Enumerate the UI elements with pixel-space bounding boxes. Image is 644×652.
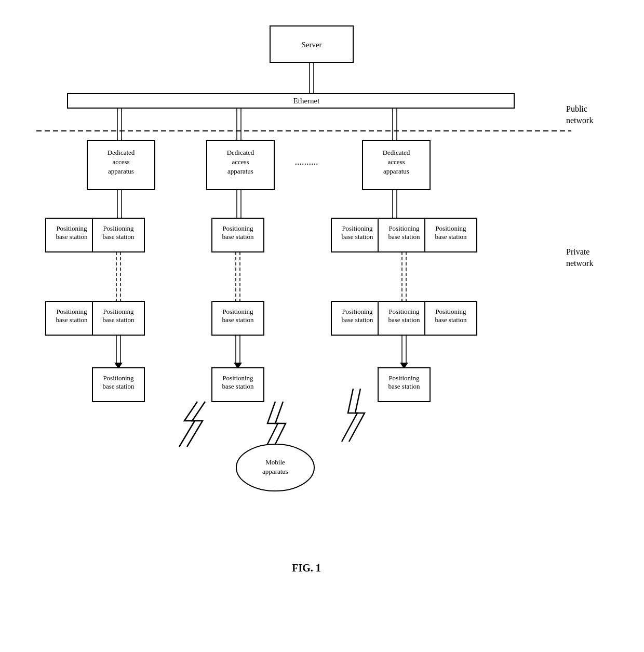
private-network-label2: network	[566, 259, 593, 268]
svg-text:base station: base station	[102, 233, 135, 241]
svg-text:Positioning: Positioning	[103, 374, 134, 382]
svg-text:base station: base station	[435, 316, 467, 324]
ellipsis: ··········	[295, 159, 318, 169]
svg-text:apparatus: apparatus	[383, 167, 409, 175]
svg-text:Positioning: Positioning	[222, 308, 253, 315]
svg-text:Positioning: Positioning	[342, 308, 373, 315]
lightning-left	[179, 402, 205, 447]
svg-text:base station: base station	[102, 382, 135, 390]
svg-text:Positioning: Positioning	[222, 374, 253, 382]
dedicated-access-label-1: Dedicated	[108, 149, 135, 156]
svg-text:base station: base station	[222, 316, 254, 324]
ethernet-label: Ethernet	[293, 97, 320, 105]
svg-text:base station: base station	[435, 233, 467, 241]
svg-text:base station: base station	[56, 233, 88, 241]
svg-text:Positioning: Positioning	[342, 224, 373, 232]
svg-text:Positioning: Positioning	[56, 224, 87, 232]
svg-text:Dedicated: Dedicated	[383, 149, 410, 156]
svg-text:base station: base station	[388, 316, 420, 324]
dedicated-access-label-1b: access	[112, 158, 129, 166]
diagram: Server Ethernet Public network Private n…	[0, 0, 644, 652]
svg-text:base station: base station	[56, 316, 88, 324]
svg-text:Positioning: Positioning	[56, 308, 87, 315]
lightning-right	[342, 389, 365, 442]
public-network-label2: network	[566, 116, 593, 125]
svg-text:Positioning: Positioning	[435, 224, 466, 232]
svg-text:Positioning: Positioning	[388, 374, 420, 382]
svg-text:base station: base station	[222, 233, 254, 241]
private-network-label: Private	[566, 247, 589, 256]
svg-text:base station: base station	[388, 233, 420, 241]
svg-text:Positioning: Positioning	[388, 308, 420, 315]
ethernet-bar	[68, 94, 514, 108]
svg-text:Positioning: Positioning	[222, 224, 253, 232]
svg-text:access: access	[232, 158, 249, 166]
server-label: Server	[301, 41, 321, 49]
mobile-apparatus-label2: apparatus	[262, 468, 288, 475]
lightning-middle	[265, 402, 286, 449]
svg-text:access: access	[387, 158, 405, 166]
svg-text:base station: base station	[388, 382, 420, 390]
figure-label: FIG. 1	[292, 562, 321, 574]
public-network-label: Public	[566, 104, 587, 113]
svg-text:base station: base station	[222, 382, 254, 390]
svg-text:Positioning: Positioning	[103, 308, 134, 315]
svg-text:Positioning: Positioning	[103, 224, 134, 232]
dedicated-access-label-1c: apparatus	[108, 167, 134, 175]
svg-text:Positioning: Positioning	[435, 308, 466, 315]
svg-text:Dedicated: Dedicated	[227, 149, 254, 156]
mobile-apparatus-label: Mobile	[265, 458, 285, 466]
svg-text:apparatus: apparatus	[227, 167, 253, 175]
svg-text:Positioning: Positioning	[388, 224, 420, 232]
svg-text:base station: base station	[341, 233, 373, 241]
svg-text:base station: base station	[102, 316, 135, 324]
svg-text:base station: base station	[341, 316, 373, 324]
